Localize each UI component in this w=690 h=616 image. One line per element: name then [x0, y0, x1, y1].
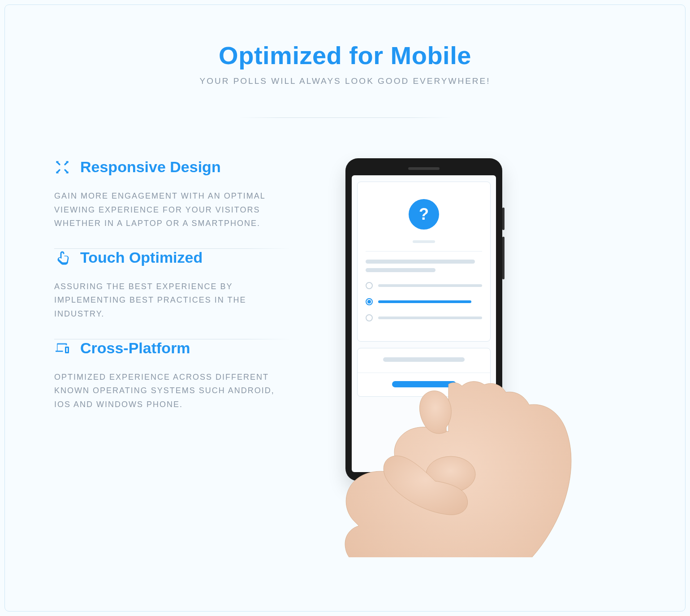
feature-title: Responsive Design: [80, 158, 221, 176]
divider: [366, 251, 482, 252]
page-title: Optimized for Mobile: [54, 41, 636, 70]
poll-options: [366, 282, 482, 321]
feature-title: Touch Optimized: [80, 249, 203, 266]
submit-button-placeholder: [392, 381, 456, 387]
placeholder-line: [378, 300, 471, 303]
feature-list: Responsive Design GAIN MORE ENGAGEMENT W…: [54, 158, 292, 499]
radio-icon: [366, 282, 373, 289]
question-icon: ?: [409, 199, 439, 230]
phone-screen: ?: [352, 175, 496, 472]
feature-description: ASSURING THE BEST EXPERIENCE BY IMPLEMEN…: [54, 280, 292, 321]
poll-option-selected: [366, 298, 482, 305]
placeholder-line: [378, 317, 482, 319]
feature-description: GAIN MORE ENGAGEMENT WITH AN OPTIMAL VIE…: [54, 189, 292, 230]
touch-icon: [54, 249, 70, 265]
phone-side-button: [502, 208, 505, 230]
placeholder-line: [413, 240, 435, 243]
divider: [358, 373, 490, 373]
phone-frame: ?: [345, 158, 502, 481]
header: Optimized for Mobile YOUR POLLS WILL ALW…: [54, 41, 636, 86]
page-subtitle: YOUR POLLS WILL ALWAYS LOOK GOOD EVERYWH…: [54, 76, 636, 86]
marketing-card: Optimized for Mobile YOUR POLLS WILL ALW…: [4, 4, 686, 612]
phone-illustration: ?: [319, 158, 636, 499]
feature-header: Touch Optimized: [54, 249, 292, 266]
poll-option: [366, 282, 482, 289]
phone-side-button: [502, 237, 505, 279]
expand-icon: [54, 159, 70, 175]
feature-responsive: Responsive Design GAIN MORE ENGAGEMENT W…: [54, 158, 292, 248]
poll-option: [366, 314, 482, 321]
poll-card: ?: [357, 182, 491, 342]
placeholder-line: [366, 260, 475, 264]
placeholder-line: [378, 284, 482, 287]
poll-submit-card: [357, 348, 491, 397]
feature-header: Cross-Platform: [54, 339, 292, 357]
content-row: Responsive Design GAIN MORE ENGAGEMENT W…: [54, 158, 636, 499]
devices-icon: [54, 340, 70, 356]
feature-title: Cross-Platform: [80, 339, 190, 357]
divider: [237, 117, 453, 118]
feature-touch: Touch Optimized ASSURING THE BEST EXPERI…: [54, 249, 292, 339]
placeholder-line: [383, 357, 465, 362]
placeholder-line: [366, 268, 436, 272]
feature-description: OPTIMIZED EXPERIENCE ACROSS DIFFERENT KN…: [54, 370, 292, 412]
phone-speaker: [408, 167, 440, 170]
feature-header: Responsive Design: [54, 158, 292, 176]
radio-checked-icon: [366, 298, 373, 305]
radio-icon: [366, 314, 373, 321]
feature-cross-platform: Cross-Platform OPTIMIZED EXPERIENCE ACRO…: [54, 339, 292, 429]
